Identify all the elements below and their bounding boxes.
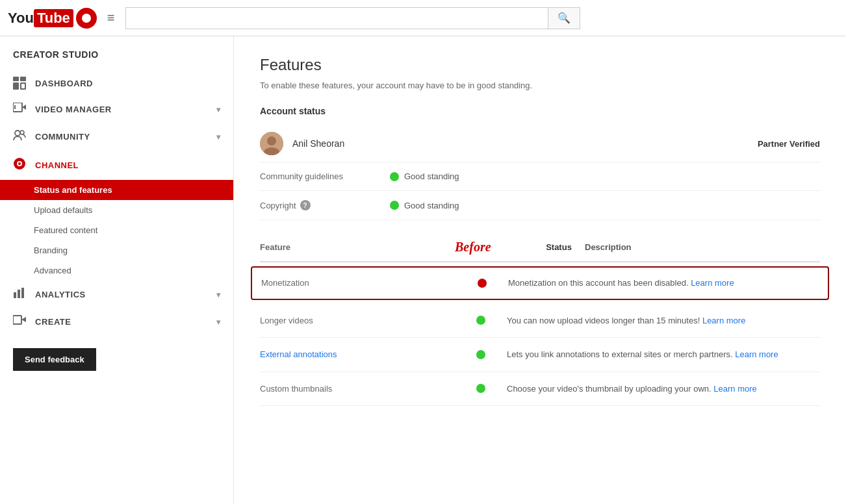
features-table-header: Feature Before Status Description	[260, 233, 820, 262]
status-dot-monetization	[478, 279, 487, 288]
logo-icon-inner	[82, 14, 91, 23]
copyright-status: Good standing	[390, 201, 820, 210]
community-guidelines-status: Good standing	[390, 171, 820, 181]
feature-row-monetization: Monetization Monetization on this accoun…	[251, 266, 829, 300]
top-bar: You Tube ≡ 🔍	[0, 0, 846, 36]
feature-name-longer-videos: Longer videos	[260, 316, 455, 325]
copyright-dot	[390, 201, 399, 210]
community-icon	[13, 129, 26, 144]
sidebar: CREATOR STUDIO DASHBOARD VIDEO MANAGER ▾…	[0, 36, 234, 504]
svg-rect-11	[13, 316, 21, 324]
learn-more-external-annotations[interactable]: Learn more	[735, 349, 778, 359]
status-dot-custom-thumbnails	[476, 384, 485, 393]
logo-tube: Tube	[34, 9, 73, 27]
search-bar: 🔍	[125, 7, 580, 29]
learn-more-longer-videos[interactable]: Learn more	[702, 316, 745, 325]
feature-status-custom-thumbnails	[455, 384, 507, 393]
hamburger-menu[interactable]: ≡	[107, 10, 115, 25]
feature-row-longer-videos: Longer videos You can now upload videos …	[260, 304, 820, 338]
sidebar-item-analytics-label: ANALYTICS	[35, 290, 86, 299]
logo-you: You	[8, 10, 34, 27]
feature-row-external-annotations: External annotations Lets you link annot…	[260, 338, 820, 372]
page-title: Features	[260, 56, 820, 74]
feature-name-external-annotations[interactable]: External annotations	[260, 349, 455, 359]
feature-desc-longer-videos: You can now upload videos longer than 15…	[507, 314, 820, 327]
partner-badge: Partner Verified	[758, 139, 820, 149]
svg-point-14	[267, 136, 276, 145]
copyright-row: Copyright ? Good standing	[260, 191, 820, 220]
sidebar-sub-advanced[interactable]: Advanced	[0, 260, 233, 281]
sidebar-item-channel-label: CHANNEL	[35, 160, 79, 170]
send-feedback-button[interactable]: Send feedback	[13, 348, 96, 371]
search-button[interactable]: 🔍	[548, 7, 580, 29]
feature-name-monetization: Monetization	[261, 278, 456, 288]
sidebar-item-video-label: VIDEO MANAGER	[35, 105, 112, 114]
sidebar-sub-status-features[interactable]: Status and features	[0, 180, 233, 200]
create-icon	[13, 315, 26, 329]
status-dot-longer-videos	[476, 316, 485, 325]
features-list: Monetization Monetization on this accoun…	[260, 266, 820, 406]
sidebar-item-dashboard[interactable]: DASHBOARD	[0, 70, 233, 96]
account-status-title: Account status	[260, 106, 820, 116]
header-description: Description	[585, 241, 820, 254]
sidebar-item-video-manager[interactable]: VIDEO MANAGER ▾	[0, 96, 233, 123]
learn-more-monetization[interactable]: Learn more	[691, 278, 734, 288]
page-subtitle: To enable these features, your account m…	[260, 81, 820, 90]
video-icon	[13, 103, 26, 116]
analytics-chevron: ▾	[216, 290, 221, 299]
status-dot-external-annotations	[476, 350, 485, 359]
feature-status-external-annotations	[455, 350, 507, 359]
sidebar-item-community-label: COMMUNITY	[35, 132, 90, 142]
copyright-text: Good standing	[404, 201, 459, 210]
sidebar-item-community[interactable]: COMMUNITY ▾	[0, 123, 233, 151]
feature-desc-monetization: Monetization on this account has been di…	[508, 277, 819, 290]
avatar	[260, 132, 283, 155]
header-status: Status	[533, 242, 585, 252]
svg-point-7	[18, 162, 21, 165]
svg-point-4	[20, 131, 24, 134]
logo-icon	[76, 8, 97, 29]
community-guidelines-label: Community guidelines	[260, 171, 390, 181]
search-input[interactable]	[125, 7, 548, 29]
dashboard-icon	[13, 77, 26, 90]
layout: CREATOR STUDIO DASHBOARD VIDEO MANAGER ▾…	[0, 36, 846, 504]
feature-desc-custom-thumbnails: Choose your video's thumbnail by uploadi…	[507, 383, 820, 396]
sidebar-title: CREATOR STUDIO	[0, 49, 233, 70]
feature-name-custom-thumbnails: Custom thumbnails	[260, 384, 455, 394]
main-content: Features To enable these features, your …	[234, 36, 846, 504]
learn-more-custom-thumbnails[interactable]: Learn more	[713, 384, 756, 394]
sidebar-item-dashboard-label: DASHBOARD	[35, 79, 93, 88]
create-chevron: ▾	[216, 318, 221, 327]
feature-status-monetization	[456, 279, 508, 288]
sidebar-item-channel[interactable]: CHANNEL	[0, 151, 233, 180]
community-guidelines-row: Community guidelines Good standing	[260, 162, 820, 191]
sidebar-item-analytics[interactable]: ANALYTICS ▾	[0, 281, 233, 309]
svg-marker-12	[21, 317, 26, 322]
sidebar-sub-featured-content[interactable]: Featured content	[0, 220, 233, 240]
sidebar-sub-branding[interactable]: Branding	[0, 240, 233, 260]
account-row: Anil Sheoran Partner Verified	[260, 125, 820, 162]
copyright-label: Copyright ?	[260, 200, 390, 210]
channel-icon	[13, 157, 26, 173]
feature-desc-external-annotations: Lets you link annotations to external si…	[507, 348, 820, 361]
sidebar-sub-upload-defaults[interactable]: Upload defaults	[0, 200, 233, 220]
logo: You Tube	[8, 8, 97, 29]
community-guidelines-text: Good standing	[404, 171, 459, 181]
sidebar-item-create-label: CREATE	[35, 317, 71, 327]
search-icon: 🔍	[558, 12, 570, 24]
analytics-icon	[13, 287, 26, 302]
feature-status-longer-videos	[455, 316, 507, 325]
sidebar-item-create[interactable]: CREATE ▾	[0, 309, 233, 335]
svg-point-3	[15, 131, 20, 136]
header-before: Before	[455, 240, 533, 255]
svg-rect-10	[21, 288, 24, 298]
video-manager-chevron: ▾	[216, 105, 221, 114]
header-feature: Feature	[260, 242, 455, 252]
community-guidelines-dot	[390, 172, 399, 181]
community-chevron: ▾	[216, 132, 221, 142]
channel-submenu: Status and features Upload defaults Feat…	[0, 180, 233, 281]
feature-row-custom-thumbnails: Custom thumbnails Choose your video's th…	[260, 372, 820, 407]
account-name: Anil Sheoran	[292, 138, 758, 149]
copyright-help-icon[interactable]: ?	[300, 200, 311, 210]
svg-rect-8	[14, 292, 16, 298]
